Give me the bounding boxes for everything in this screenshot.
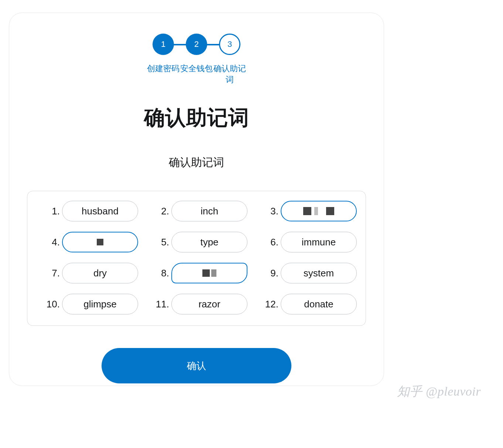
seed-num: 3. (266, 206, 278, 217)
seed-cell-3: 3. (255, 201, 357, 221)
seed-num: 5. (157, 237, 169, 248)
seed-word-1[interactable]: husband (62, 201, 138, 221)
seed-cell-1: 1. husband (36, 201, 138, 221)
seed-cell-8: 8. (146, 263, 247, 283)
page-title: 确认助记词 (9, 104, 384, 132)
seed-num: 1. (47, 206, 60, 217)
step-label-1: 创建密码 (146, 63, 180, 74)
step-label-2: 安全钱包 (179, 63, 213, 74)
seed-cell-7: 7. dry (36, 263, 138, 283)
seed-word-2[interactable]: inch (171, 201, 247, 221)
onboarding-card: 1 创建密码 2 安全钱包 3 确认助记词 确认助记词 确认助记词 1. hus… (9, 13, 384, 386)
step-label-3: 确认助记词 (213, 63, 247, 85)
seed-word-9[interactable]: system (281, 263, 357, 283)
redacted-icon (303, 207, 334, 215)
seed-word-3-input[interactable] (281, 201, 357, 221)
seed-cell-5: 5. type (146, 232, 247, 252)
seed-word-11[interactable]: razor (171, 294, 247, 314)
seed-phrase-box: 1. husband 2. inch 3. 4. 5. type 6. immu… (27, 191, 366, 326)
seed-num: 2. (157, 206, 169, 217)
page-subtitle: 确认助记词 (9, 155, 384, 170)
seed-word-5[interactable]: type (171, 232, 247, 252)
seed-num: 6. (266, 237, 278, 248)
seed-cell-11: 11. razor (146, 294, 247, 314)
seed-cell-12: 12. donate (255, 294, 357, 314)
step-1[interactable]: 1 创建密码 (147, 34, 180, 74)
seed-word-4-input[interactable] (62, 232, 138, 252)
step-3[interactable]: 3 确认助记词 (213, 34, 246, 85)
seed-word-7[interactable]: dry (62, 263, 138, 283)
seed-word-12[interactable]: donate (281, 294, 357, 314)
seed-num: 10. (47, 299, 60, 310)
seed-word-8-input[interactable] (171, 263, 247, 283)
step-circle-2: 2 (186, 34, 207, 55)
seed-num: 12. (265, 299, 278, 310)
seed-num: 9. (266, 268, 278, 279)
seed-num: 4. (47, 237, 60, 248)
watermark: 知乎 @pleuvoir (397, 383, 481, 400)
seed-num: 7. (47, 268, 60, 279)
seed-word-10[interactable]: glimpse (62, 294, 138, 314)
step-circle-3: 3 (219, 34, 240, 55)
seed-num: 11. (156, 299, 169, 310)
redacted-icon (202, 269, 216, 277)
seed-cell-2: 2. inch (146, 201, 247, 221)
step-circle-1: 1 (153, 34, 174, 55)
stepper: 1 创建密码 2 安全钱包 3 确认助记词 (9, 34, 384, 85)
seed-word-6[interactable]: immune (281, 232, 357, 252)
seed-num: 8. (157, 268, 169, 279)
seed-cell-9: 9. system (255, 263, 357, 283)
confirm-button[interactable]: 确认 (102, 348, 291, 383)
seed-cell-4: 4. (36, 232, 138, 252)
step-2[interactable]: 2 安全钱包 (180, 34, 213, 74)
seed-cell-10: 10. glimpse (36, 294, 138, 314)
redacted-icon (97, 239, 103, 245)
seed-cell-6: 6. immune (255, 232, 357, 252)
